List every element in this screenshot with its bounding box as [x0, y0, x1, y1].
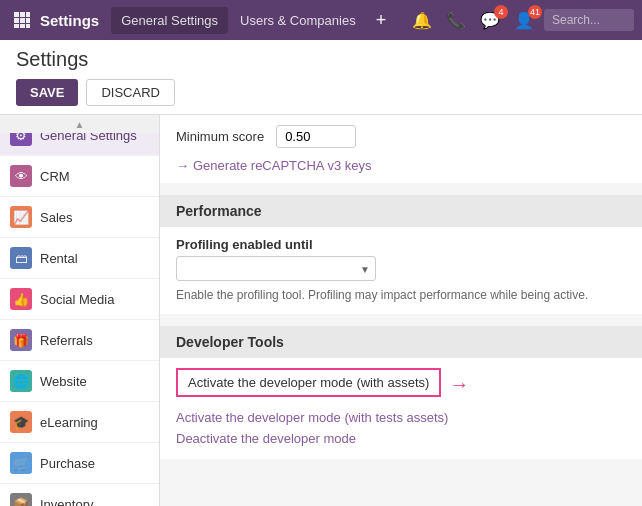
chat-badge: 4: [494, 5, 508, 19]
rental-icon: 🗃: [10, 247, 32, 269]
highlight-arrow-icon: →: [449, 373, 469, 396]
deactivate-row: Deactivate the developer mode: [176, 428, 626, 449]
sidebar-label-sales: Sales: [40, 210, 73, 225]
user-icon[interactable]: 👤 41: [510, 9, 538, 32]
sidebar-item-rental[interactable]: 🗃 Rental: [0, 238, 159, 279]
performance-section: Performance Profiling enabled until ▼ En…: [160, 195, 642, 314]
sidebar-item-sales[interactable]: 📈 Sales: [0, 197, 159, 238]
topnav-icons: 🔔 📞 💬 4 👤 41: [408, 9, 634, 32]
developer-tools-section: Developer Tools Activate the developer m…: [160, 326, 642, 459]
top-menu: General Settings Users & Companies +: [111, 6, 404, 35]
svg-rect-6: [14, 24, 19, 28]
svg-rect-2: [26, 12, 30, 17]
profiling-group: Profiling enabled until ▼ Enable the pro…: [160, 227, 642, 314]
sidebar-item-website[interactable]: 🌐 Website: [0, 361, 159, 402]
sidebar-label-purchase: Purchase: [40, 456, 95, 471]
sidebar-item-referrals[interactable]: 🎁 Referrals: [0, 320, 159, 361]
voip-icon[interactable]: 📞: [442, 9, 470, 32]
profiling-hint: Enable the profiling tool. Profiling may…: [176, 287, 626, 304]
referrals-icon: 🎁: [10, 329, 32, 351]
sidebar-label-inventory: Inventory: [40, 497, 93, 507]
main-layout: ▲ ⚙ General Settings 👁 CRM 📈 Sales 🗃 Ren…: [0, 115, 642, 506]
discard-button[interactable]: DISCARD: [86, 79, 175, 106]
recaptcha-link[interactable]: → Generate reCAPTCHA v3 keys: [176, 158, 626, 173]
svg-rect-5: [26, 18, 30, 23]
sidebar-label-rental: Rental: [40, 251, 78, 266]
purchase-icon: 🛒: [10, 452, 32, 474]
elearning-icon: 🎓: [10, 411, 32, 433]
sidebar-item-inventory[interactable]: 📦 Inventory: [0, 484, 159, 506]
svg-rect-4: [20, 18, 25, 23]
chat-icon[interactable]: 💬 4: [476, 9, 504, 32]
sidebar-label-referrals: Referrals: [40, 333, 93, 348]
profiling-label: Profiling enabled until: [176, 237, 626, 252]
svg-rect-0: [14, 12, 19, 17]
page-header: Settings SAVE DISCARD: [0, 40, 642, 115]
app-title: Settings: [40, 12, 99, 29]
min-score-label: Minimum score: [176, 129, 264, 144]
sidebar-label-social: Social Media: [40, 292, 114, 307]
activate-assets-row: Activate the developer mode (with assets…: [176, 368, 626, 401]
social-media-icon: 👍: [10, 288, 32, 310]
arrow-icon: →: [176, 158, 189, 173]
sidebar-label-elearning: eLearning: [40, 415, 98, 430]
profiling-select-wrapper: ▼: [176, 256, 376, 281]
top-navigation: Settings General Settings Users & Compan…: [0, 0, 642, 40]
topnav-general-settings[interactable]: General Settings: [111, 7, 228, 34]
save-button[interactable]: SAVE: [16, 79, 78, 106]
profiling-select[interactable]: [176, 256, 376, 281]
min-score-section: Minimum score → Generate reCAPTCHA v3 ke…: [160, 115, 642, 183]
svg-rect-3: [14, 18, 19, 23]
activate-developer-mode-assets-link[interactable]: Activate the developer mode (with assets…: [176, 368, 441, 397]
add-menu-button[interactable]: +: [368, 6, 395, 35]
user-badge: 41: [528, 5, 542, 19]
svg-rect-8: [26, 24, 30, 28]
sidebar-item-purchase[interactable]: 🛒 Purchase: [0, 443, 159, 484]
performance-header: Performance: [160, 195, 642, 227]
global-search-input[interactable]: [544, 9, 634, 31]
developer-tools-header: Developer Tools: [160, 326, 642, 358]
inventory-icon: 📦: [10, 493, 32, 506]
notification-icon[interactable]: 🔔: [408, 9, 436, 32]
sidebar-item-crm[interactable]: 👁 CRM: [0, 156, 159, 197]
deactivate-developer-mode-link[interactable]: Deactivate the developer mode: [176, 428, 626, 449]
svg-rect-7: [20, 24, 25, 28]
activate-developer-mode-tests-link[interactable]: Activate the developer mode (with tests …: [176, 407, 626, 428]
sidebar-scroll-up[interactable]: ▲: [0, 115, 159, 133]
website-icon: 🌐: [10, 370, 32, 392]
sidebar-label-website: Website: [40, 374, 87, 389]
page-actions: SAVE DISCARD: [16, 79, 626, 114]
svg-rect-1: [20, 12, 25, 17]
min-score-input[interactable]: [276, 125, 356, 148]
min-score-row: Minimum score: [160, 115, 642, 158]
sidebar: ▲ ⚙ General Settings 👁 CRM 📈 Sales 🗃 Ren…: [0, 115, 160, 506]
crm-icon: 👁: [10, 165, 32, 187]
sidebar-item-social[interactable]: 👍 Social Media: [0, 279, 159, 320]
sales-icon: 📈: [10, 206, 32, 228]
sidebar-item-elearning[interactable]: 🎓 eLearning: [0, 402, 159, 443]
apps-menu-button[interactable]: [8, 6, 36, 34]
topnav-users-companies[interactable]: Users & Companies: [230, 7, 366, 34]
page-title: Settings: [16, 48, 626, 71]
sidebar-label-crm: CRM: [40, 169, 70, 184]
activate-tests-row: Activate the developer mode (with tests …: [176, 407, 626, 428]
main-content: Minimum score → Generate reCAPTCHA v3 ke…: [160, 115, 642, 506]
developer-tools-links: Activate the developer mode (with assets…: [160, 358, 642, 459]
